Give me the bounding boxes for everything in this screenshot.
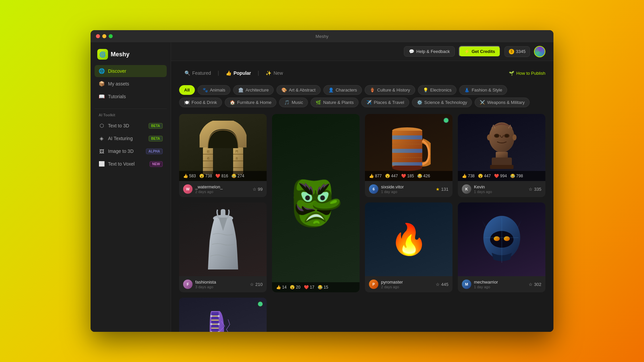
filter-places-travel[interactable]: ✈️ Places & Travel [361, 98, 409, 107]
stat-laugh-goblin: 😂 15 [318, 285, 328, 290]
asset-card-arch[interactable]: 巨 石 門 古 👍 583 😮 738 ❤️ 816 😂 274 [179, 114, 267, 197]
get-credits-button[interactable]: ⚡ Get Credits [459, 46, 500, 57]
text-to-voxel-icon: ⬜ [99, 161, 105, 167]
tab-popular[interactable]: 👍 Popular [220, 68, 256, 78]
filter-furniture-home[interactable]: 🏠 Furniture & Home [225, 98, 277, 107]
logo-area: 🌀 Meshy [95, 48, 167, 65]
username-kevin: Kevin [474, 184, 492, 189]
filter-animals[interactable]: 🐾 Animals [198, 85, 230, 95]
usertime-pyro: 2 days ago [381, 285, 403, 289]
popular-icon: 👍 [226, 70, 231, 76]
usertime-watermelon: 2 days ago [195, 190, 223, 194]
sidebar-item-tutorials-label: Tutorials [108, 94, 126, 99]
filter-fashion-label: Fashion & Style [472, 87, 502, 93]
filter-science-label: Science & Technology [424, 100, 467, 105]
asset-card-dress[interactable]: F fashionista 3 days ago ☆ 210 [179, 202, 267, 292]
card-image-helmet [458, 202, 545, 276]
image-to-3d-badge: ALPHA [146, 148, 163, 154]
how-to-publish-link[interactable]: 🌱 How to Publish [509, 71, 545, 76]
credits-number: 3345 [516, 49, 526, 54]
filter-art-abstract[interactable]: 🎨 Art & Abstract [276, 85, 320, 95]
sidebar-divider [95, 109, 167, 109]
filter-music[interactable]: 🎵 Music [279, 98, 308, 107]
user-avatar-watermelon: W [183, 184, 193, 194]
star-count-mech: ☆ 302 [529, 282, 541, 287]
publish-label: How to Publish [516, 71, 545, 76]
featured-icon: 🔍 [184, 70, 190, 76]
stat-wow-bust: 😮 447 [478, 174, 491, 178]
stat-wow-goblin: 😮 20 [290, 285, 300, 290]
user-avatar[interactable] [534, 46, 545, 57]
card-footer-dress: F fashionista 3 days ago ☆ 210 [179, 276, 267, 292]
sidebar-item-ai-texturing[interactable]: ◈ AI Texturing BETA [95, 132, 167, 144]
sidebar-item-image-to-3d[interactable]: 🖼 Image to 3D ALPHA [95, 145, 167, 157]
filter-electronics[interactable]: 💡 Electronics [418, 85, 457, 95]
filter-all-label: All [184, 87, 190, 93]
nature-icon: 🌿 [316, 100, 321, 105]
usertime-mech: 1 day ago [474, 285, 498, 289]
filter-culture-history[interactable]: 🏺 Culture & History [365, 85, 415, 95]
stat-wow: 😮 738 [199, 174, 212, 178]
filter-nature-plants[interactable]: 🌿 Nature & Plants [311, 98, 359, 107]
filter-food-drink[interactable]: 🍽️ Food & Drink [179, 98, 222, 107]
user-avatar-fashion: F [183, 280, 193, 289]
asset-card-bust[interactable]: 👍 738 😮 447 ❤️ 994 😂 798 K Kevin [458, 114, 545, 197]
asset-card-goblin[interactable]: 👺 👍 14 😮 20 ❤️ 17 😂 15 S [272, 114, 360, 292]
sidebar-item-tutorials[interactable]: 📖 Tutorials [95, 90, 167, 103]
user-meta-sixside: sixside.vitor 1 day ago [381, 184, 404, 194]
user-info-watermelon: W _watermelon_ 2 days ago [183, 184, 223, 194]
tab-featured[interactable]: 🔍 Featured [179, 68, 216, 78]
filter-fashion-style[interactable]: 👗 Fashion & Style [459, 85, 507, 95]
user-avatar-pyro: P [369, 280, 378, 289]
sidebar-item-discover[interactable]: 🌐 Discover [95, 65, 167, 77]
card-image-boot [179, 298, 267, 332]
science-icon: ⚙️ [417, 100, 422, 105]
sidebar-item-discover-label: Discover [108, 68, 126, 74]
asset-card-helmet[interactable]: M mechwarrior 1 day ago ☆ 302 [458, 202, 545, 292]
music-icon: 🎵 [284, 100, 289, 105]
tab-new[interactable]: ✨ New [260, 68, 288, 78]
animals-icon: 🐾 [203, 87, 208, 93]
stat-likes-mug: 👍 877 [369, 174, 382, 178]
maximize-button[interactable] [109, 34, 113, 38]
help-feedback-button[interactable]: 💬 Help & Feedback [404, 46, 455, 57]
filter-row: All 🐾 Animals 🏛️ Architecture 🎨 Art & Ab… [179, 85, 545, 107]
user-meta-kevin: Kevin 1 days ago [474, 184, 492, 194]
filter-nature-label: Nature & Plants [323, 100, 354, 105]
publish-icon: 🌱 [509, 71, 514, 76]
characters-icon: 👤 [328, 87, 334, 93]
filter-characters[interactable]: 👤 Characters [323, 85, 362, 95]
usertime-kevin: 1 days ago [474, 190, 492, 194]
filter-science-tech[interactable]: ⚙️ Science & Technology [412, 98, 472, 107]
ai-toolkit-label: AI Toolkit [95, 113, 167, 120]
app-window: Meshy 🌀 Meshy 🌐 Discover 📦 My assets 📖 T… [91, 30, 553, 332]
sidebar-item-text-to-3d[interactable]: ⬡ Text to 3D BETA [95, 120, 167, 132]
asset-card-fire[interactable]: 🔥 P pyromaster 2 days ago [365, 202, 452, 292]
filter-architecture[interactable]: 🏛️ Architecture [233, 85, 274, 95]
filter-culture-label: Culture & History [377, 87, 410, 93]
card-image-arch: 巨 石 門 古 👍 583 😮 738 ❤️ 816 😂 274 [179, 114, 267, 181]
lightning-icon: ⚡ [464, 49, 470, 54]
food-icon: 🍽️ [184, 100, 190, 105]
svg-text:門: 門 [235, 150, 238, 153]
featured-label: Featured [192, 70, 211, 76]
asset-card-mug[interactable]: 👍 877 😮 447 ❤️ 185 😂 426 6 sixside.vitor [365, 114, 452, 197]
asset-card-boot[interactable]: B bootmaker 5 hours ago ☆ 178 [179, 298, 267, 332]
topbar-right: 💬 Help & Feedback ⚡ Get Credits $ 3345 [404, 46, 545, 57]
filter-weapons-military[interactable]: ⚔️ Weapons & Military [475, 98, 530, 107]
svg-point-27 [487, 134, 491, 140]
star-count-sixside: ★ 131 [436, 187, 448, 192]
minimize-button[interactable] [102, 34, 106, 38]
user-info-pyro: P pyromaster 2 days ago [369, 280, 403, 289]
svg-rect-40 [211, 312, 219, 332]
furniture-icon: 🏠 [230, 100, 235, 105]
filter-art-label: Art & Abstract [289, 87, 315, 93]
card-image-dress [179, 202, 267, 276]
filter-all[interactable]: All [179, 85, 195, 95]
close-button[interactable] [96, 34, 100, 38]
card-footer-fire: P pyromaster 2 days ago ☆ 445 [365, 276, 452, 292]
sidebar-item-text-to-voxel[interactable]: ⬜ Text to Voxel NEW [95, 158, 167, 170]
art-icon: 🎨 [281, 87, 287, 93]
credits-label: Get Credits [472, 49, 495, 54]
sidebar-item-my-assets[interactable]: 📦 My assets [95, 78, 167, 90]
